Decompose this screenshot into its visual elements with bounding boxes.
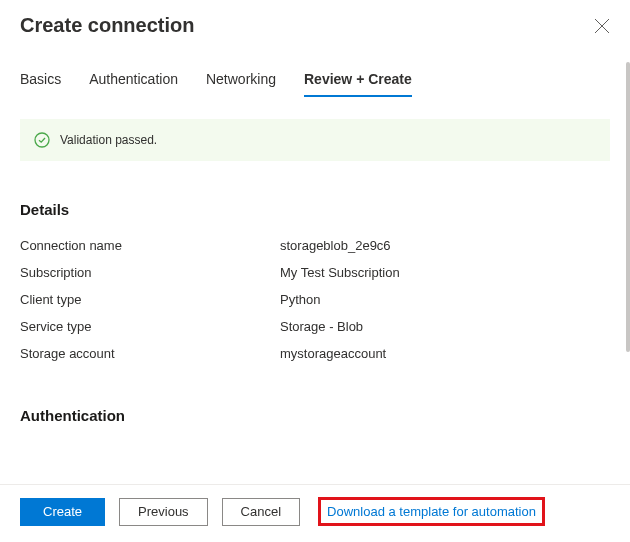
detail-value-storage-account: mystorageaccount xyxy=(280,346,610,361)
wizard-tabs: Basics Authentication Networking Review … xyxy=(20,65,610,97)
detail-row: Storage account mystorageaccount xyxy=(20,340,610,367)
previous-button[interactable]: Previous xyxy=(119,498,208,526)
detail-row: Client type Python xyxy=(20,286,610,313)
checkmark-circle-icon xyxy=(34,132,50,148)
svg-point-2 xyxy=(35,133,49,147)
validation-message: Validation passed. xyxy=(60,133,157,147)
download-template-link[interactable]: Download a template for automation xyxy=(327,504,536,519)
detail-label-client-type: Client type xyxy=(20,292,280,307)
detail-row: Connection name storageblob_2e9c6 xyxy=(20,232,610,259)
cancel-button[interactable]: Cancel xyxy=(222,498,300,526)
pane-footer: Create Previous Cancel Download a templa… xyxy=(0,484,630,542)
tab-networking[interactable]: Networking xyxy=(206,65,276,97)
detail-label-connection-name: Connection name xyxy=(20,238,280,253)
tab-basics[interactable]: Basics xyxy=(20,65,61,97)
section-title-details: Details xyxy=(20,201,610,218)
detail-value-connection-name: storageblob_2e9c6 xyxy=(280,238,610,253)
detail-value-subscription: My Test Subscription xyxy=(280,265,610,280)
create-connection-pane: Create connection Basics Authentication … xyxy=(0,0,630,542)
detail-value-service-type: Storage - Blob xyxy=(280,319,610,334)
pane-header: Create connection xyxy=(0,0,630,47)
tab-review-create[interactable]: Review + Create xyxy=(304,65,412,97)
create-button[interactable]: Create xyxy=(20,498,105,526)
validation-banner: Validation passed. xyxy=(20,119,610,161)
detail-label-subscription: Subscription xyxy=(20,265,280,280)
detail-label-storage-account: Storage account xyxy=(20,346,280,361)
detail-row: Service type Storage - Blob xyxy=(20,313,610,340)
detail-value-client-type: Python xyxy=(280,292,610,307)
section-title-authentication: Authentication xyxy=(20,407,610,424)
detail-row: Subscription My Test Subscription xyxy=(20,259,610,286)
scrollbar-thumb[interactable] xyxy=(626,62,630,352)
tab-authentication[interactable]: Authentication xyxy=(89,65,178,97)
close-icon[interactable] xyxy=(594,18,610,34)
annotation-highlight: Download a template for automation xyxy=(318,497,545,526)
pane-title: Create connection xyxy=(20,14,194,37)
pane-body[interactable]: Basics Authentication Networking Review … xyxy=(0,47,630,484)
detail-label-service-type: Service type xyxy=(20,319,280,334)
